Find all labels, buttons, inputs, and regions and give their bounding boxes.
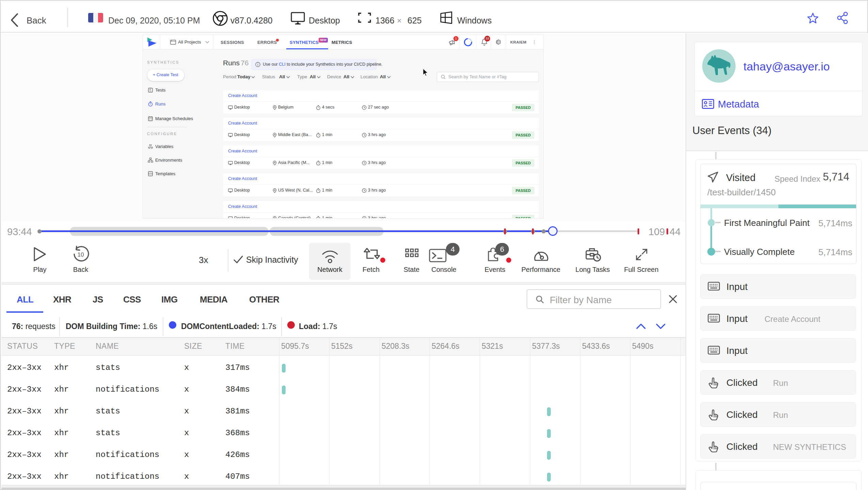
svg-text:10: 10 bbox=[78, 251, 84, 258]
